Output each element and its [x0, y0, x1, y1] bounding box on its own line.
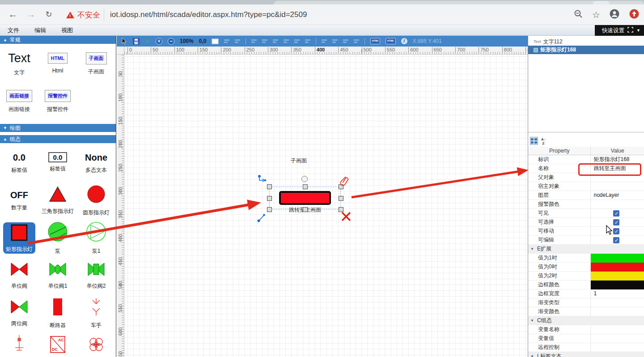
reload-icon[interactable]: ↻	[41, 4, 56, 25]
section-header-绘图[interactable]: ▼绘图	[0, 124, 116, 132]
tree-item-文字112[interactable]: Text文字112	[528, 38, 644, 46]
selection-handle[interactable]	[267, 196, 272, 201]
rect-indicator-element[interactable]	[279, 191, 331, 205]
property-value[interactable]: ✓	[590, 236, 644, 244]
property-value[interactable]	[590, 182, 644, 191]
property-value[interactable]: ✓	[590, 209, 644, 217]
browser-tab[interactable]	[274, 1, 644, 4]
palette-item-三角形指示灯[interactable]: 三角形指示灯	[38, 182, 77, 219]
html-preview-icon[interactable]: HTML	[386, 38, 395, 44]
property-row-L标签文本[interactable]: L标签文本	[528, 352, 644, 357]
zoom-in-icon[interactable]: +	[156, 38, 162, 45]
property-value[interactable]	[590, 325, 644, 334]
security-badge[interactable]: ! 不安全	[66, 4, 100, 25]
property-value[interactable]: 1	[590, 289, 644, 298]
property-value[interactable]	[590, 272, 644, 280]
palette-item-多态文本[interactable]: None多态文本	[77, 144, 115, 182]
palette-item-标签值[interactable]: 0.0标签值	[38, 144, 77, 182]
pt-flower-icon	[87, 335, 106, 356]
property-value[interactable]	[590, 254, 644, 262]
property-value[interactable]: ✓	[590, 227, 644, 235]
palette-item-标签值[interactable]: 0.0标签值	[0, 144, 38, 182]
property-value[interactable]	[590, 280, 644, 289]
palette-item-单位阀2[interactable]: 单位阀2	[77, 257, 115, 294]
palette-item-泵1[interactable]: 泵1	[77, 219, 115, 257]
connector-line-icon[interactable]	[257, 213, 266, 224]
property-value[interactable]: 跳转至主画面	[590, 164, 644, 173]
quick-settings[interactable]: 快速设置 ▼	[595, 25, 644, 36]
save-icon[interactable]	[133, 38, 140, 45]
rotate-handle[interactable]	[301, 176, 308, 182]
property-value[interactable]: ✓	[590, 218, 644, 226]
delete-x-icon[interactable]	[341, 211, 352, 224]
html-source-icon[interactable]: HTML	[370, 38, 380, 44]
property-value[interactable]	[590, 200, 644, 208]
selection-handle[interactable]	[303, 184, 308, 189]
selection-handle[interactable]	[267, 184, 272, 189]
palette-item-刀闸[interactable]: 刀闸	[0, 332, 38, 357]
menu-视图[interactable]: 视图	[54, 25, 80, 36]
property-value[interactable]	[590, 307, 644, 316]
browser-update-icon[interactable]	[629, 8, 640, 21]
address-bar[interactable]: iot.idosp.net/html/scada/editor.aspx.htm…	[110, 4, 307, 25]
property-value[interactable]	[590, 173, 644, 182]
property-value[interactable]	[590, 316, 644, 325]
property-value[interactable]	[590, 263, 644, 271]
selection-handle[interactable]	[303, 207, 308, 212]
section-header-组态[interactable]: ▲组态	[0, 135, 116, 143]
palette-item-数字量[interactable]: OFF数字量	[0, 182, 38, 219]
property-value[interactable]	[590, 298, 644, 307]
palette-item-子画面[interactable]: 子画面子画面	[77, 45, 115, 82]
property-value[interactable]	[590, 352, 644, 357]
property-row-C组态[interactable]: C组态	[528, 316, 644, 325]
checkbox-checked-icon[interactable]: ✓	[613, 237, 619, 243]
property-value[interactable]	[590, 334, 644, 343]
property-value[interactable]	[590, 343, 644, 352]
cursor-icon[interactable]	[120, 38, 127, 45]
zoom-out-page-icon[interactable]	[573, 9, 583, 21]
palette-item-逆变器[interactable]: ACDC逆变器	[38, 332, 77, 357]
categorized-view-icon[interactable]	[530, 137, 538, 145]
property-value[interactable]	[590, 245, 644, 253]
palette-item-车手[interactable]: 车手	[77, 294, 115, 332]
selection-handle[interactable]	[339, 196, 343, 201]
palette-item-泵[interactable]: 泵	[38, 219, 77, 257]
selection-handle[interactable]	[267, 207, 272, 212]
menu-编辑[interactable]: 编辑	[27, 25, 54, 36]
connector-icon[interactable]	[258, 174, 267, 185]
palette-item-Html[interactable]: HTMLHtml	[38, 45, 77, 82]
subscreen-text-element[interactable]: 子画面	[291, 157, 307, 165]
alphabetical-sort-icon[interactable]: A↓Z	[539, 137, 547, 145]
menu-文件[interactable]: 文件	[0, 25, 27, 36]
color-swatch[interactable]	[591, 254, 644, 263]
bookmark-star-icon[interactable]: ☆	[592, 9, 600, 20]
palette-item-单位阀[interactable]: 单位阀	[0, 257, 38, 294]
canvas-icon[interactable]	[212, 38, 219, 44]
checkbox-checked-icon[interactable]: ✓	[613, 210, 619, 217]
palette-item-矩形指示灯[interactable]: 矩形指示灯	[3, 222, 35, 254]
chevron-down-icon[interactable]: ▼	[636, 28, 640, 33]
tree-item-矩形指示灯168[interactable]: 矩形指示灯168	[528, 46, 644, 54]
property-row-边框宽度: 边框宽度1	[528, 289, 644, 298]
palette-item-画面链接[interactable]: 画面链接画面链接	[0, 82, 38, 120]
palette-item-PT[interactable]: PT	[77, 332, 115, 357]
property-row-E扩展[interactable]: E扩展	[528, 245, 644, 254]
color-swatch[interactable]	[591, 280, 644, 289]
forward-icon[interactable]: →	[23, 4, 38, 25]
info-icon[interactable]: i	[401, 38, 407, 44]
section-header-常规[interactable]: ▲常规	[0, 36, 116, 44]
color-swatch[interactable]	[591, 263, 644, 272]
palette-item-报警控件[interactable]: 报警控件报警控件	[38, 82, 77, 120]
checkbox-checked-icon[interactable]: ✓	[613, 219, 619, 225]
property-value[interactable]: 矩形指示灯168	[590, 155, 644, 164]
back-icon[interactable]: ←	[5, 4, 21, 25]
profile-avatar-icon[interactable]	[609, 8, 620, 21]
palette-item-断路器[interactable]: 断路器	[38, 294, 77, 332]
property-value[interactable]: nodeLayer	[590, 191, 644, 200]
palette-item-单位阀1[interactable]: 单位阀1	[38, 257, 77, 294]
palette-item-文字[interactable]: Text文字	[0, 45, 38, 82]
color-swatch[interactable]	[591, 272, 644, 280]
palette-item-两位阀[interactable]: 两位阀	[0, 294, 38, 332]
zoom-out-icon[interactable]: −	[168, 38, 174, 45]
palette-item-圆形指示灯[interactable]: 圆形指示灯	[77, 182, 115, 219]
